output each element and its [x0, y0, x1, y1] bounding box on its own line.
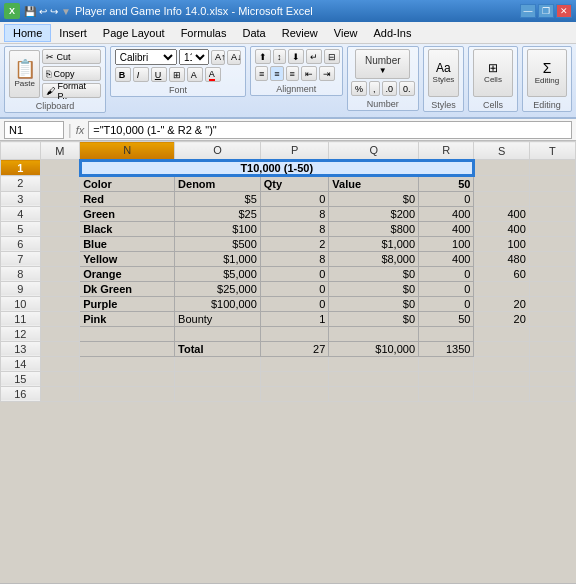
- col-header-o[interactable]: O: [175, 142, 261, 160]
- cell-q11[interactable]: $0: [329, 311, 419, 326]
- cell-t10[interactable]: [529, 296, 575, 311]
- cell-s4[interactable]: 400: [474, 206, 529, 221]
- cell-n9[interactable]: Dk Green: [80, 281, 175, 296]
- cell-p13[interactable]: 27: [260, 341, 329, 356]
- cell-p6[interactable]: 2: [260, 236, 329, 251]
- cell-q14[interactable]: [329, 356, 419, 371]
- increase-decimal-button[interactable]: .0: [382, 81, 398, 96]
- name-box[interactable]: [4, 121, 64, 139]
- formula-input[interactable]: [88, 121, 572, 139]
- cell-r10[interactable]: 0: [419, 296, 474, 311]
- row-header-1[interactable]: 1: [1, 160, 41, 176]
- menu-home[interactable]: Home: [4, 24, 51, 42]
- row-header-14[interactable]: 14: [1, 356, 41, 371]
- comma-button[interactable]: ,: [369, 81, 380, 96]
- cell-s10[interactable]: 20: [474, 296, 529, 311]
- cell-m10[interactable]: [40, 296, 80, 311]
- cell-o10[interactable]: $100,000: [175, 296, 261, 311]
- cell-s8[interactable]: 60: [474, 266, 529, 281]
- cell-o12[interactable]: [175, 326, 261, 341]
- cell-s16[interactable]: [474, 386, 529, 401]
- cell-q9[interactable]: $0: [329, 281, 419, 296]
- align-top-button[interactable]: ⬆: [255, 49, 271, 64]
- cell-r7[interactable]: 400: [419, 251, 474, 266]
- quick-save-btn[interactable]: 💾: [24, 6, 36, 17]
- font-size-select[interactable]: 11: [179, 49, 209, 65]
- menu-formulas[interactable]: Formulas: [173, 25, 235, 41]
- align-center-button[interactable]: ≡: [270, 66, 283, 81]
- cell-s12[interactable]: [474, 326, 529, 341]
- cell-n11[interactable]: Pink: [80, 311, 175, 326]
- row-header-11[interactable]: 11: [1, 311, 41, 326]
- cell-o4[interactable]: $25: [175, 206, 261, 221]
- bold-button[interactable]: B: [115, 67, 131, 82]
- cell-s7[interactable]: 480: [474, 251, 529, 266]
- cell-p2[interactable]: Qty: [260, 176, 329, 192]
- cell-o7[interactable]: $1,000: [175, 251, 261, 266]
- cell-n6[interactable]: Blue: [80, 236, 175, 251]
- cell-n4[interactable]: Green: [80, 206, 175, 221]
- cell-t3[interactable]: [529, 191, 575, 206]
- cell-s3[interactable]: [474, 191, 529, 206]
- cell-m3[interactable]: [40, 191, 80, 206]
- font-size-decrease-button[interactable]: A↓: [227, 50, 241, 65]
- merge-center-button[interactable]: ⊟: [324, 49, 340, 64]
- row-header-12[interactable]: 12: [1, 326, 41, 341]
- menu-review[interactable]: Review: [274, 25, 326, 41]
- cell-o14[interactable]: [175, 356, 261, 371]
- close-btn[interactable]: ✕: [556, 4, 572, 18]
- cell-m1[interactable]: [40, 160, 80, 176]
- cell-r3[interactable]: 0: [419, 191, 474, 206]
- row-header-3[interactable]: 3: [1, 191, 41, 206]
- cell-r13[interactable]: 1350: [419, 341, 474, 356]
- col-header-p[interactable]: P: [260, 142, 329, 160]
- cell-n13[interactable]: [80, 341, 175, 356]
- row-header-6[interactable]: 6: [1, 236, 41, 251]
- align-middle-button[interactable]: ↕: [273, 49, 286, 64]
- cell-t11[interactable]: [529, 311, 575, 326]
- percent-button[interactable]: %: [351, 81, 367, 96]
- cell-p5[interactable]: 8: [260, 221, 329, 236]
- cell-m4[interactable]: [40, 206, 80, 221]
- col-header-m[interactable]: M: [40, 142, 80, 160]
- cell-o6[interactable]: $500: [175, 236, 261, 251]
- number-format-button[interactable]: Number ▼: [355, 49, 410, 79]
- cell-t12[interactable]: [529, 326, 575, 341]
- decrease-decimal-button[interactable]: 0.: [399, 81, 415, 96]
- paste-button[interactable]: 📋 Paste: [9, 50, 40, 98]
- menu-data[interactable]: Data: [234, 25, 273, 41]
- cell-p7[interactable]: 8: [260, 251, 329, 266]
- cell-p15[interactable]: [260, 371, 329, 386]
- cell-t7[interactable]: [529, 251, 575, 266]
- cell-p8[interactable]: 0: [260, 266, 329, 281]
- cell-r4[interactable]: 400: [419, 206, 474, 221]
- cell-o8[interactable]: $5,000: [175, 266, 261, 281]
- row-header-2[interactable]: 2: [1, 176, 41, 192]
- cell-s9[interactable]: [474, 281, 529, 296]
- underline-button[interactable]: U: [151, 67, 167, 82]
- align-bottom-button[interactable]: ⬇: [288, 49, 304, 64]
- cell-t1[interactable]: [529, 160, 575, 176]
- cell-m11[interactable]: [40, 311, 80, 326]
- redo-btn[interactable]: ↪: [50, 6, 58, 17]
- cell-s2[interactable]: [474, 176, 529, 192]
- cell-o16[interactable]: [175, 386, 261, 401]
- cell-s13[interactable]: [474, 341, 529, 356]
- cell-p10[interactable]: 0: [260, 296, 329, 311]
- cell-m13[interactable]: [40, 341, 80, 356]
- cell-r14[interactable]: [419, 356, 474, 371]
- cell-n16[interactable]: [80, 386, 175, 401]
- cell-r9[interactable]: 0: [419, 281, 474, 296]
- cell-n15[interactable]: [80, 371, 175, 386]
- cell-p4[interactable]: 8: [260, 206, 329, 221]
- editing-button[interactable]: Σ Editing: [527, 49, 567, 97]
- cell-s15[interactable]: [474, 371, 529, 386]
- col-header-t[interactable]: T: [529, 142, 575, 160]
- decrease-indent-button[interactable]: ⇤: [301, 66, 317, 81]
- cell-p11[interactable]: 1: [260, 311, 329, 326]
- cell-p12[interactable]: [260, 326, 329, 341]
- cell-t8[interactable]: [529, 266, 575, 281]
- row-header-16[interactable]: 16: [1, 386, 41, 401]
- cell-o15[interactable]: [175, 371, 261, 386]
- cell-o2[interactable]: Denom: [175, 176, 261, 192]
